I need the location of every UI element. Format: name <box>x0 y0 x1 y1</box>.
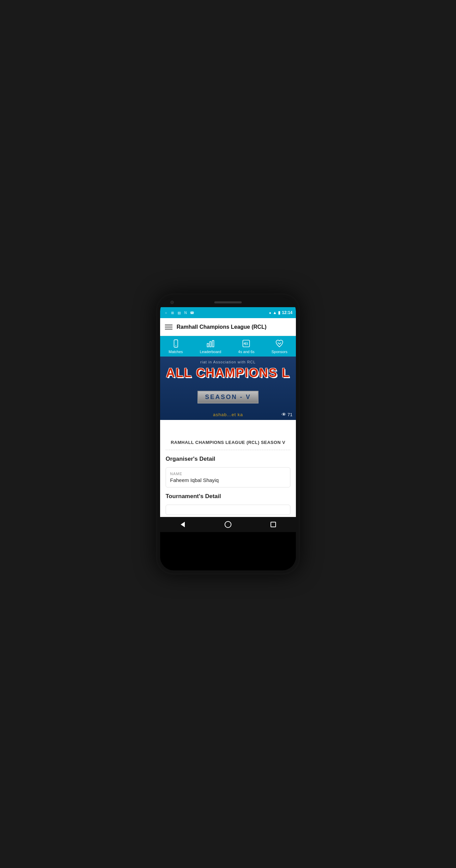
status-bar: ○ ⊞ ▤ N ☎ ⬥ ▲ ▮ 12:14 <box>160 307 296 318</box>
home-button[interactable] <box>224 520 232 529</box>
phone-screen: ○ ⊞ ▤ N ☎ ⬥ ▲ ▮ 12:14 Ramhall Champions … <box>160 298 296 570</box>
view-number: 71 <box>288 412 292 417</box>
banner-bottom-text: ashab...et ka <box>160 412 296 417</box>
leaderboard-icon <box>206 339 215 348</box>
back-button[interactable] <box>179 520 187 529</box>
name-label: NAME <box>170 472 286 476</box>
banner-season-text: SEASON - V <box>197 391 259 403</box>
banner-top-text: riat in Association with RCL <box>160 360 296 364</box>
matches-icon <box>171 339 181 348</box>
time-display: 12:14 <box>282 310 292 315</box>
banner-main-text: ALL CHAMPIONS L <box>160 367 296 379</box>
eye-icon: 👁 <box>281 412 286 417</box>
bottom-nav <box>160 517 296 532</box>
phone-top-bar <box>160 298 296 307</box>
tab-sponsors[interactable]: Sponsors <box>272 339 287 354</box>
circle-icon: ○ <box>164 310 168 315</box>
msg-icon: ▤ <box>177 310 181 315</box>
tournament-full-name: RAMHALL CHAMPIONS LEAGUE (RCL) SEASON V <box>160 437 296 448</box>
camera <box>170 301 174 304</box>
wifi-icon: ⬥ <box>269 310 271 315</box>
section-divider <box>166 450 290 450</box>
tournament-detail-section-title: Tournament's Detail <box>160 490 296 503</box>
status-left-icons: ○ ⊞ ▤ N ☎ <box>164 310 194 315</box>
content-area: RAMHALL CHAMPIONS LEAGUE (RCL) SEASON V … <box>160 420 296 517</box>
score-icon: 4|1 <box>241 339 251 348</box>
organiser-section-title: Organiser's Detail <box>160 452 296 465</box>
tab-leaderboard[interactable]: Leaderboard <box>200 339 221 354</box>
leaderboard-label: Leaderboard <box>200 350 221 354</box>
app-bar: Ramhall Champions League (RCL) <box>160 318 296 336</box>
banner-area: riat in Association with RCL ALL CHAMPIO… <box>160 357 296 420</box>
battery-icon: ▮ <box>278 310 280 315</box>
call-icon: ☎ <box>190 310 194 315</box>
speaker <box>214 301 242 303</box>
svg-rect-3 <box>210 342 211 347</box>
tab-4s6s[interactable]: 4|1 4s and 6s <box>238 339 255 354</box>
svg-text:4|1: 4|1 <box>244 341 249 345</box>
recent-icon <box>271 522 276 527</box>
organiser-name-card: NAME Faheem Iqbal Shayiq <box>166 467 290 487</box>
svg-rect-4 <box>212 340 214 347</box>
name-value: Faheem Iqbal Shayiq <box>170 477 286 483</box>
app-title: Ramhall Champions League (RCL) <box>177 324 291 330</box>
nav-tabs: Matches Leaderboard 4|1 <box>160 336 296 357</box>
signal-icon: ▲ <box>273 310 277 315</box>
back-icon <box>181 522 185 527</box>
sponsors-icon <box>275 339 284 348</box>
banner-background: riat in Association with RCL ALL CHAMPIO… <box>160 357 296 420</box>
tournament-detail-card-partial <box>166 505 290 515</box>
hamburger-menu[interactable] <box>165 325 172 329</box>
status-right-icons: ⬥ ▲ ▮ 12:14 <box>269 310 292 315</box>
tab-matches[interactable]: Matches <box>169 339 183 354</box>
recent-button[interactable] <box>269 520 277 529</box>
sponsors-label: Sponsors <box>272 350 287 354</box>
grid-icon: ⊞ <box>170 310 175 315</box>
svg-rect-2 <box>207 343 208 347</box>
phone-frame: ○ ⊞ ▤ N ☎ ⬥ ▲ ▮ 12:14 Ramhall Champions … <box>156 293 300 575</box>
n-icon: N <box>183 310 188 315</box>
4s6s-label: 4s and 6s <box>238 350 255 354</box>
view-count: 👁 71 <box>281 412 292 417</box>
matches-label: Matches <box>169 350 183 354</box>
home-icon <box>225 521 231 528</box>
